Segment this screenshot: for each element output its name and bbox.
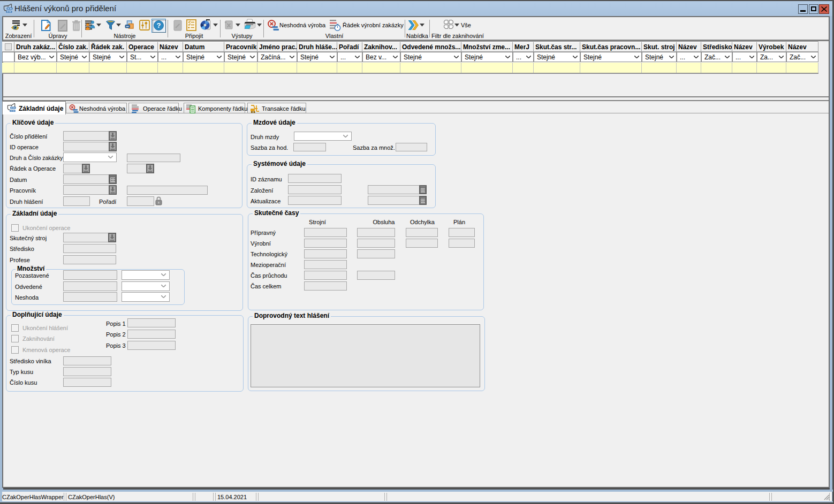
svg-text:?: ? [157,21,161,29]
